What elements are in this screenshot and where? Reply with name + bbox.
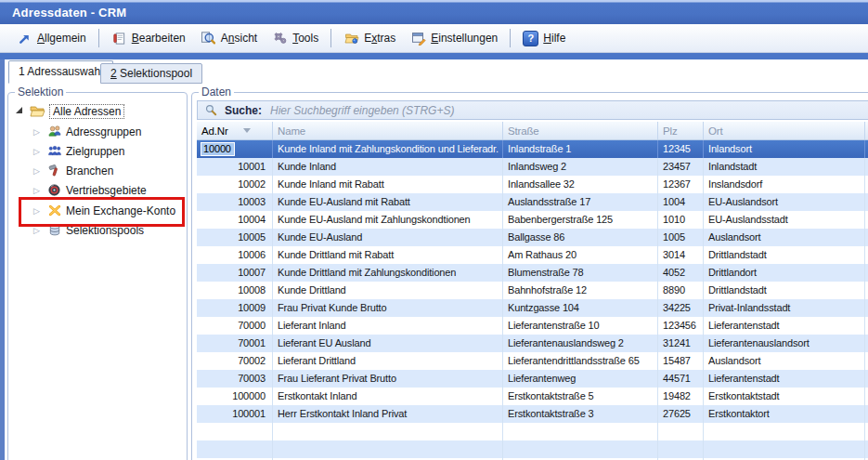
table-row[interactable]: 10009Frau Privat Kunde BruttoKuntzgasse … (197, 299, 868, 317)
table-cell: Babenbergerstraße 125 (503, 211, 658, 229)
edit-document-icon (111, 31, 127, 46)
table-cell: Herr Erstkontakt Inland Privat (273, 405, 503, 423)
table-cell (273, 440, 503, 458)
table-cell: 1010 (658, 211, 704, 229)
table-cell: Inlandstadt (704, 158, 865, 176)
table-row[interactable]: 10006Kunde Drittland mit RabattAm Rathau… (197, 246, 868, 264)
tree-expanded-icon[interactable] (16, 107, 22, 113)
tree-item-label: Zielgruppen (66, 145, 124, 158)
table-cell: Lieferant EU Ausland (273, 335, 503, 352)
menu-item-bearbeiten[interactable]: Bearbeiten (104, 28, 193, 48)
column-header-plz[interactable]: Plz (658, 122, 704, 139)
table-cell: Lieferant Inland (273, 317, 503, 335)
table-cell: 12367 (658, 176, 704, 193)
table-cell: Kunde EU-Ausland mit Zahlungskondtionen (273, 211, 503, 229)
table-row[interactable]: 70000Lieferant InlandLieferantenstraße 1… (197, 317, 868, 335)
table-cell (197, 423, 273, 440)
menu-item-allgemein[interactable]: Allgemein (9, 28, 94, 48)
table-row[interactable]: 10004Kunde EU-Ausland mit Zahlungskondti… (197, 211, 868, 229)
tree-item-alle-adressen[interactable]: Alle Adressen (14, 101, 124, 121)
search-input[interactable] (268, 103, 868, 118)
help-question-icon: ? (523, 31, 538, 46)
menu-item-einstellungen[interactable]: Einstellungen (403, 28, 505, 48)
menu-item-extras[interactable]: Extras (336, 28, 403, 48)
table-row[interactable]: 100001Herr Erstkontakt Inland PrivatErst… (197, 405, 868, 423)
menu-item-ansicht[interactable]: Ansicht (193, 28, 265, 48)
tab-adressauswahl[interactable]: 1 Adressauswahl (8, 60, 113, 84)
table-row[interactable]: 10000Kunde Inland mit Zahlungskondition … (197, 140, 868, 158)
tree-item-branchen[interactable]: ▷ Branchen (31, 161, 113, 180)
tree-collapsed-icon[interactable]: ▷ (31, 186, 43, 195)
industries-icon (46, 164, 62, 178)
tree-collapsed-icon[interactable]: ▷ (31, 127, 43, 137)
search-bar[interactable]: Suche: (197, 100, 868, 120)
table-row[interactable]: 10002Kunde Inland mit RabattInlandsallee… (197, 176, 868, 193)
folder-badge-icon (343, 31, 359, 46)
table-row[interactable]: 10005Kunde EU-AuslandBallgasse 861005Aus… (197, 229, 868, 246)
table-cell: 27625 (658, 405, 704, 423)
table-cell: 19482 (658, 388, 704, 405)
tree-collapsed-icon[interactable]: ▷ (31, 226, 43, 235)
table-row[interactable]: 70002Lieferant DrittlandLieferantendritt… (197, 352, 868, 370)
tree-collapsed-icon[interactable]: ▷ (31, 166, 43, 176)
table-header: Ad.Nr Name Straße Plz Ort (197, 122, 868, 140)
table-cell: 15487 (658, 352, 704, 370)
table-empty-row (197, 423, 868, 440)
table-cell: Frau Privat Kunde Brutto (273, 299, 503, 317)
table-cell: Kunde EU-Ausland mit Rabatt (273, 193, 503, 211)
table-cell: 1004 (658, 193, 704, 211)
menu-separator (330, 29, 331, 47)
tree-item-zielgruppen[interactable]: ▷ Zielgruppen (31, 141, 124, 161)
table-cell: Erstkontaktstraße 3 (503, 405, 658, 423)
tab-strip: 1 Adressauswahl 2 Selektionspool (5, 59, 868, 84)
tab-selektionspool[interactable]: 2 Selektionspool (100, 63, 202, 84)
column-header-ort[interactable]: Ort (704, 122, 865, 139)
table-cell: Kunde Inland (273, 158, 503, 176)
table-cell: 4052 (658, 264, 704, 282)
table-cell (503, 423, 658, 440)
selektion-groupbox-label: Selektion (15, 85, 66, 99)
table-cell: Drittlandstadt (704, 246, 865, 264)
table-row[interactable]: 10003Kunde EU-Ausland mit RabattAuslands… (197, 193, 868, 211)
table-cell: 70002 (197, 352, 273, 370)
table-row[interactable]: 100000Erstkontakt InlandErstkontaktstraß… (197, 388, 868, 405)
table-row[interactable]: 10008Kunde DrittlandBahnhofstraße 128890… (197, 282, 868, 299)
table-cell: 70003 (197, 370, 273, 388)
table-cell: 23457 (658, 158, 704, 176)
table-cell (658, 423, 704, 440)
table-cell: 10005 (197, 229, 273, 246)
go-arrow-icon (17, 31, 32, 46)
menu-item-hilfe[interactable]: ? Hilfe (515, 28, 573, 48)
table-empty-row (197, 440, 868, 458)
table-row[interactable]: 70001Lieferant EU AuslandLieferantenausl… (197, 335, 868, 352)
table-cell: Lieferantenstadt (704, 317, 865, 335)
tree-item-label: Adressgruppen (66, 125, 141, 138)
table-cell (658, 440, 704, 458)
tree-item-label: Alle Adressen (49, 104, 124, 119)
table-row[interactable]: 70003Frau Lieferant Privat BruttoLiefera… (197, 370, 868, 388)
table-cell: Kunde Drittland (273, 282, 503, 299)
table-cell: 31241 (658, 335, 704, 352)
table-cell: Bahnhofstraße 12 (503, 282, 658, 299)
table-cell: Inlandsallee 32 (503, 176, 658, 193)
table-row[interactable]: 10007Kunde Drittland mit Zahlungskonditi… (197, 264, 868, 282)
menu-separator (510, 29, 511, 47)
table-cell: 8890 (658, 282, 704, 299)
column-header-adnr[interactable]: Ad.Nr (197, 122, 273, 139)
table-cell: 10009 (197, 299, 273, 317)
tree-collapsed-icon[interactable]: ▷ (31, 147, 43, 156)
table-row[interactable]: 10001Kunde InlandInlandsweg 223457Inland… (197, 158, 868, 176)
table-cell: EU-Auslandsstadt (704, 211, 865, 229)
table-cell: 34225 (658, 299, 704, 317)
menu-bar: Allgemein Bearbeiten Ansicht Tools (0, 24, 868, 53)
inline-cell-editor[interactable]: 10000 (201, 142, 235, 156)
column-header-name[interactable]: Name (273, 122, 503, 139)
table-cell: Lieferantenstraße 10 (503, 317, 658, 335)
table-cell: Lieferantendrittlandsstraße 65 (503, 352, 658, 370)
table-cell (704, 440, 865, 458)
tree-item-adressgruppen[interactable]: ▷ Adressgruppen (31, 122, 141, 141)
table-cell: Kunde Inland mit Rabatt (273, 176, 503, 193)
column-header-strasse[interactable]: Straße (503, 122, 658, 139)
menu-item-tools[interactable]: Tools (265, 28, 326, 48)
table-cell: Erstkontaktort (704, 405, 865, 423)
